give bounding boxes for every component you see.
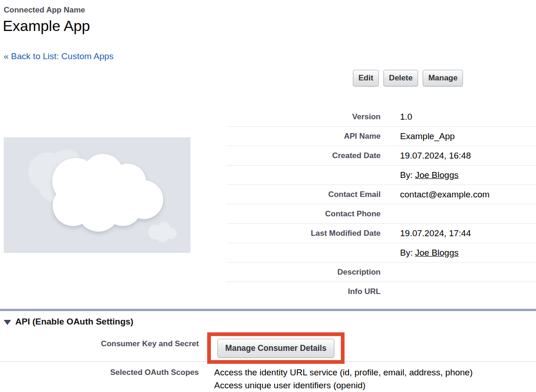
field-row-version: Version 1.0 — [227, 107, 536, 127]
oauth-scopes-values: Access the identity URL service (id, pro… — [214, 366, 473, 392]
field-value: 19.07.2024, 17:44 — [381, 228, 471, 239]
field-label: Version — [227, 112, 381, 122]
back-to-list-link[interactable]: « Back to List: Custom Apps — [4, 51, 114, 61]
oauth-scope-item: Access unique user identifiers (openid) — [214, 379, 473, 392]
manage-button[interactable]: Manage — [423, 70, 463, 86]
field-row-contact-phone: Contact Phone — [227, 204, 536, 224]
cloud-logo-icon — [4, 137, 191, 253]
field-label: Info URL — [227, 287, 381, 296]
app-logo-image — [4, 137, 191, 253]
delete-button[interactable]: Delete — [383, 70, 418, 86]
modified-by-user-link[interactable]: Joe Bloggs — [415, 248, 458, 257]
oauth-section-title: API (Enable OAuth Settings) — [15, 317, 133, 327]
field-label: Contact Email — [227, 190, 381, 199]
field-row-info-url: Info URL — [227, 282, 536, 301]
field-row-contact-email: Contact Email contact@example.com — [227, 185, 536, 204]
section-divider-bar — [0, 309, 536, 311]
field-label: Last Modified Date — [227, 229, 381, 238]
collapse-triangle-icon[interactable] — [4, 320, 11, 325]
field-row-last-modified-date: Last Modified Date 19.07.2024, 17:44 — [227, 224, 536, 243]
field-value: By:Joe Bloggs — [381, 248, 458, 258]
field-row-description: Description — [227, 263, 536, 282]
toolbar: Edit Delete Manage — [353, 70, 463, 86]
by-prefix: By: — [400, 170, 413, 180]
edit-button[interactable]: Edit — [353, 70, 379, 86]
oauth-scopes-label: Selected OAuth Scopes — [0, 368, 199, 377]
field-value: Example_App — [381, 131, 455, 141]
consumer-key-label: Consumer Key and Secret — [0, 339, 199, 349]
field-row-created-by: By:Joe Bloggs — [227, 165, 536, 185]
by-prefix: By: — [400, 248, 413, 257]
field-value: 1.0 — [381, 112, 412, 122]
field-label: Description — [227, 268, 381, 277]
field-value: 19.07.2024, 16:48 — [381, 151, 471, 161]
field-row-created-date: Created Date 19.07.2024, 16:48 — [227, 146, 536, 165]
page-title: Example App — [3, 18, 90, 35]
field-value: contact@example.com — [381, 190, 490, 200]
oauth-section-header: API (Enable OAuth Settings) — [4, 317, 133, 327]
field-row-api-name: API Name Example_App — [227, 127, 536, 146]
field-label: Created Date — [227, 151, 381, 160]
oauth-scope-item: Access the identity URL service (id, pro… — [214, 366, 473, 379]
highlight-annotation-box: Manage Consumer Details — [207, 332, 345, 364]
detail-field-table: Version 1.0 API Name Example_App Created… — [227, 107, 536, 301]
entity-label: Connected App Name — [4, 6, 85, 15]
created-by-user-link[interactable]: Joe Bloggs — [415, 170, 458, 180]
field-label: API Name — [227, 132, 381, 141]
connected-app-detail-page: Connected App Name Example App « Back to… — [0, 0, 536, 392]
field-label: Contact Phone — [227, 209, 381, 219]
manage-consumer-details-button[interactable]: Manage Consumer Details — [217, 339, 334, 358]
field-value: By:Joe Bloggs — [381, 170, 458, 180]
field-row-modified-by: By:Joe Bloggs — [227, 243, 536, 263]
